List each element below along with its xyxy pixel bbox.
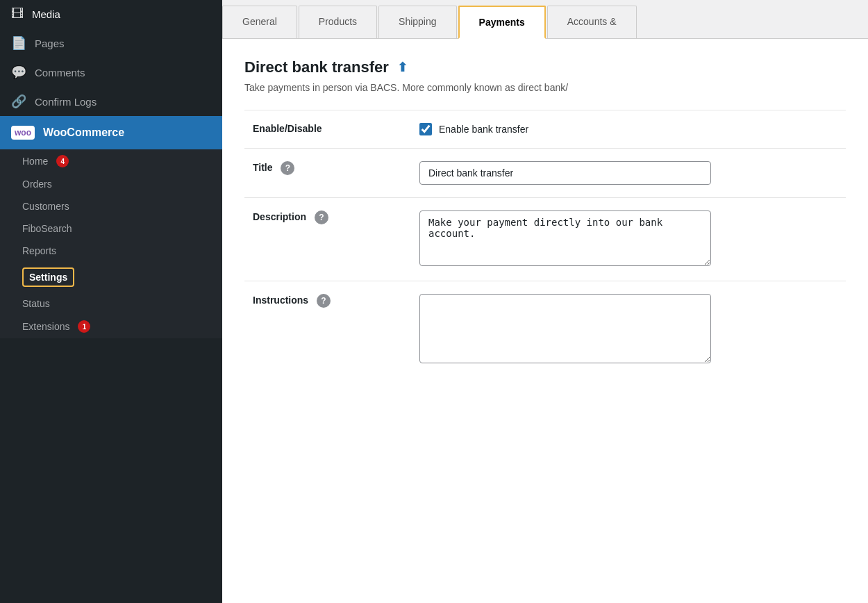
- instructions-label: Instructions: [253, 295, 308, 306]
- section-description: Take payments in person via BACS. More c…: [244, 82, 846, 93]
- woocommerce-submenu: Home 4 Orders Customers FiboSearch Repor…: [0, 149, 222, 338]
- sidebar-item-label: Confirm Logs: [35, 96, 97, 108]
- comments-icon: 💬: [11, 65, 26, 80]
- description-row: Description ? Make your payment directly…: [244, 198, 846, 281]
- enable-label: Enable/Disable: [253, 123, 322, 134]
- tab-shipping[interactable]: Shipping: [378, 6, 457, 38]
- description-input[interactable]: Make your payment directly into our bank…: [419, 210, 711, 266]
- extensions-label: Extensions: [22, 321, 69, 332]
- instructions-help-icon[interactable]: ?: [317, 294, 331, 308]
- sidebar-item-extensions[interactable]: Extensions 1: [0, 315, 222, 338]
- payments-content: Direct bank transfer ⬆ Take payments in …: [222, 39, 868, 603]
- sidebar-item-pages[interactable]: 📄 Pages: [0, 28, 222, 58]
- title-label: Title: [253, 162, 273, 173]
- description-label: Description: [253, 211, 306, 222]
- home-badge: 4: [56, 155, 69, 167]
- title-input[interactable]: [419, 161, 711, 185]
- section-title: Direct bank transfer ⬆: [244, 58, 846, 76]
- sidebar-item-fibosearch[interactable]: FiboSearch: [0, 217, 222, 240]
- settings-table: Enable/Disable Enable bank transfer Titl…: [244, 110, 846, 378]
- main-content: General Products Shipping Payments Accou…: [222, 0, 868, 603]
- sidebar-item-comments[interactable]: 💬 Comments: [0, 58, 222, 87]
- tab-accounts[interactable]: Accounts &: [547, 6, 637, 38]
- sidebar-item-confirm-logs[interactable]: 🔗 Confirm Logs: [0, 87, 222, 116]
- enable-checkbox-label[interactable]: Enable bank transfer: [439, 124, 528, 135]
- sidebar-item-label: Pages: [35, 38, 65, 49]
- sidebar-item-status[interactable]: Status: [0, 292, 222, 315]
- sidebar-item-settings[interactable]: Settings: [0, 262, 222, 292]
- media-icon: 🎞: [11, 7, 24, 22]
- enable-checkbox-row: Enable bank transfer: [419, 123, 837, 135]
- sidebar-item-label: Media: [32, 8, 60, 20]
- home-label: Home: [22, 156, 48, 167]
- reports-label: Reports: [22, 245, 56, 256]
- sidebar: 🎞 Media 📄 Pages 💬 Comments 🔗 Confirm Log…: [0, 0, 222, 603]
- enable-checkbox[interactable]: [419, 123, 432, 135]
- instructions-input[interactable]: [419, 294, 711, 363]
- sidebar-item-customers[interactable]: Customers: [0, 195, 222, 217]
- sidebar-item-home[interactable]: Home 4: [0, 149, 222, 173]
- title-help-icon[interactable]: ?: [281, 161, 294, 175]
- fibosearch-label: FiboSearch: [22, 223, 72, 234]
- title-row: Title ?: [244, 149, 846, 198]
- orders-label: Orders: [22, 179, 52, 190]
- status-label: Status: [22, 298, 50, 309]
- tab-payments[interactable]: Payments: [458, 6, 546, 39]
- woocommerce-menu-item[interactable]: woo WooCommerce: [0, 116, 222, 149]
- sidebar-item-label: Comments: [35, 67, 85, 79]
- sidebar-item-reports[interactable]: Reports: [0, 240, 222, 262]
- tab-products[interactable]: Products: [299, 6, 377, 38]
- confirm-logs-icon: 🔗: [11, 94, 26, 109]
- tab-general[interactable]: General: [222, 6, 297, 38]
- sidebar-item-media[interactable]: 🎞 Media: [0, 0, 222, 28]
- woocommerce-label: WooCommerce: [43, 126, 124, 139]
- customers-label: Customers: [22, 201, 69, 212]
- instructions-row: Instructions ?: [244, 281, 846, 379]
- settings-label: Settings: [22, 267, 74, 287]
- settings-tabs: General Products Shipping Payments Accou…: [222, 0, 868, 39]
- description-help-icon[interactable]: ?: [315, 210, 328, 224]
- upload-link[interactable]: ⬆: [397, 60, 408, 75]
- extensions-badge: 1: [78, 320, 90, 333]
- sidebar-item-orders[interactable]: Orders: [0, 173, 222, 195]
- pages-icon: 📄: [11, 35, 26, 51]
- enable-row: Enable/Disable Enable bank transfer: [244, 110, 846, 149]
- woo-logo: woo: [11, 126, 35, 140]
- upload-icon: ⬆: [397, 60, 408, 74]
